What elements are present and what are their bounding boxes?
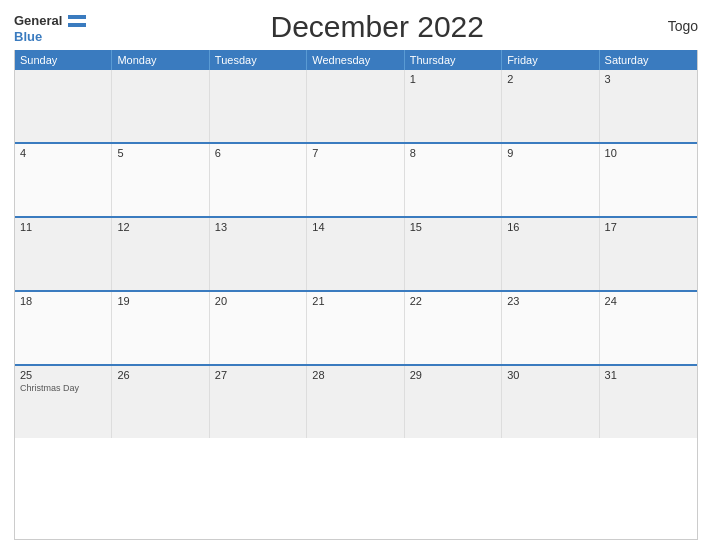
day-number: 25 — [20, 369, 106, 381]
day-number: 30 — [507, 369, 593, 381]
day-cell-1-2: 6 — [210, 144, 307, 216]
day-cell-1-0: 4 — [15, 144, 112, 216]
day-number: 5 — [117, 147, 203, 159]
header-friday: Friday — [502, 50, 599, 70]
week-row-3: 11121314151617 — [15, 218, 697, 292]
day-cell-4-6: 31 — [600, 366, 697, 438]
week-row-1: 123 — [15, 70, 697, 144]
day-number: 26 — [117, 369, 203, 381]
calendar-grid: Sunday Monday Tuesday Wednesday Thursday… — [14, 50, 698, 540]
day-number: 24 — [605, 295, 692, 307]
day-cell-4-4: 29 — [405, 366, 502, 438]
country-label: Togo — [668, 10, 698, 34]
flag-icon — [68, 15, 86, 27]
day-cell-0-1 — [112, 70, 209, 142]
day-number: 12 — [117, 221, 203, 233]
day-cell-2-3: 14 — [307, 218, 404, 290]
day-cell-3-2: 20 — [210, 292, 307, 364]
header-sunday: Sunday — [15, 50, 112, 70]
day-cell-2-0: 11 — [15, 218, 112, 290]
logo-general: General — [14, 13, 62, 28]
logo: General Blue — [14, 10, 87, 44]
day-cell-3-6: 24 — [600, 292, 697, 364]
day-cell-2-6: 17 — [600, 218, 697, 290]
day-number: 21 — [312, 295, 398, 307]
day-number: 23 — [507, 295, 593, 307]
header-tuesday: Tuesday — [210, 50, 307, 70]
day-cell-4-1: 26 — [112, 366, 209, 438]
day-cell-1-3: 7 — [307, 144, 404, 216]
day-cell-4-2: 27 — [210, 366, 307, 438]
day-cell-4-5: 30 — [502, 366, 599, 438]
day-cell-2-1: 12 — [112, 218, 209, 290]
day-number: 14 — [312, 221, 398, 233]
svg-rect-2 — [68, 23, 86, 27]
day-number: 16 — [507, 221, 593, 233]
header-saturday: Saturday — [600, 50, 697, 70]
day-number: 19 — [117, 295, 203, 307]
day-cell-3-3: 21 — [307, 292, 404, 364]
day-cell-0-6: 3 — [600, 70, 697, 142]
day-number: 3 — [605, 73, 692, 85]
day-number: 27 — [215, 369, 301, 381]
header-thursday: Thursday — [405, 50, 502, 70]
day-cell-2-2: 13 — [210, 218, 307, 290]
day-number: 31 — [605, 369, 692, 381]
day-number: 6 — [215, 147, 301, 159]
week-row-4: 18192021222324 — [15, 292, 697, 366]
day-headers-row: Sunday Monday Tuesday Wednesday Thursday… — [15, 50, 697, 70]
header-wednesday: Wednesday — [307, 50, 404, 70]
day-cell-1-6: 10 — [600, 144, 697, 216]
logo-text: General — [14, 10, 87, 29]
day-cell-3-4: 22 — [405, 292, 502, 364]
page-header: General Blue December 2022 Togo — [14, 10, 698, 44]
day-number: 7 — [312, 147, 398, 159]
day-number: 1 — [410, 73, 496, 85]
weeks-container: 1234567891011121314151617181920212223242… — [15, 70, 697, 438]
day-number: 22 — [410, 295, 496, 307]
day-number: 8 — [410, 147, 496, 159]
day-cell-1-5: 9 — [502, 144, 599, 216]
day-cell-3-1: 19 — [112, 292, 209, 364]
day-cell-1-4: 8 — [405, 144, 502, 216]
day-cell-2-4: 15 — [405, 218, 502, 290]
day-number: 20 — [215, 295, 301, 307]
day-cell-0-0 — [15, 70, 112, 142]
day-cell-0-2 — [210, 70, 307, 142]
calendar-page: General Blue December 2022 Togo Sunday M… — [0, 0, 712, 550]
day-number: 11 — [20, 221, 106, 233]
day-number: 18 — [20, 295, 106, 307]
day-number: 29 — [410, 369, 496, 381]
day-cell-3-0: 18 — [15, 292, 112, 364]
day-cell-0-4: 1 — [405, 70, 502, 142]
day-number: 13 — [215, 221, 301, 233]
week-row-2: 45678910 — [15, 144, 697, 218]
day-number: 28 — [312, 369, 398, 381]
day-cell-0-3 — [307, 70, 404, 142]
header-monday: Monday — [112, 50, 209, 70]
day-cell-1-1: 5 — [112, 144, 209, 216]
day-cell-4-0: 25Christmas Day — [15, 366, 112, 438]
day-number: 17 — [605, 221, 692, 233]
week-row-5: 25Christmas Day262728293031 — [15, 366, 697, 438]
day-cell-3-5: 23 — [502, 292, 599, 364]
day-number: 4 — [20, 147, 106, 159]
day-cell-0-5: 2 — [502, 70, 599, 142]
day-number: 10 — [605, 147, 692, 159]
day-number: 15 — [410, 221, 496, 233]
month-title: December 2022 — [87, 10, 668, 44]
day-number: 9 — [507, 147, 593, 159]
day-cell-4-3: 28 — [307, 366, 404, 438]
day-cell-2-5: 16 — [502, 218, 599, 290]
svg-rect-0 — [68, 15, 86, 19]
holiday-label: Christmas Day — [20, 383, 106, 393]
svg-rect-1 — [68, 19, 86, 23]
logo-blue: Blue — [14, 29, 42, 44]
day-number: 2 — [507, 73, 593, 85]
